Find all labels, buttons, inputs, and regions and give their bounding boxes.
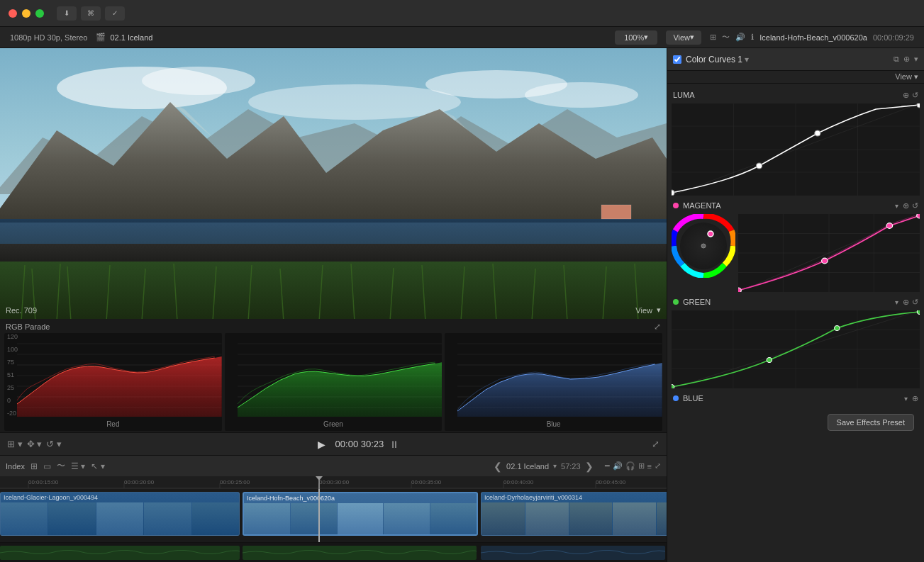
tl-audio-mute[interactable]: 🎧 bbox=[625, 461, 635, 471]
timeline-layout-btn[interactable]: ⊞ bbox=[30, 461, 38, 471]
blue-dot bbox=[673, 395, 679, 401]
effect-copy-icon[interactable]: ⧉ bbox=[894, 55, 899, 64]
fullscreen-button[interactable] bbox=[35, 9, 44, 18]
save-effects-preset-button[interactable]: Save Effects Preset bbox=[828, 414, 914, 431]
effect-more-icon[interactable]: ▾ bbox=[914, 55, 918, 64]
clip-info: 🎬 02.1 Iceland bbox=[96, 33, 152, 42]
key-icon[interactable]: ⌘ bbox=[81, 6, 101, 21]
save-preset-container: Save Effects Preset bbox=[667, 408, 924, 437]
panel-view-btn[interactable]: View ▾ bbox=[895, 72, 918, 82]
index-btn[interactable]: Index bbox=[6, 462, 25, 471]
color-space-label: Rec. 709 bbox=[6, 306, 37, 315]
green-eyedropper-icon[interactable]: ⊕ bbox=[903, 298, 909, 307]
scope-green-label: Green bbox=[323, 420, 343, 428]
minimize-button[interactable] bbox=[22, 9, 30, 18]
effect-dropdown-icon[interactable]: ▾ bbox=[745, 55, 749, 64]
right-panel-header: Color Curves 1 ▾ ⧉ ⊕ ▾ bbox=[667, 48, 924, 71]
timeline-audio-btn[interactable]: 〜 bbox=[57, 460, 65, 472]
timeline-clip-dropdown[interactable]: ▾ bbox=[553, 462, 557, 470]
tl-view-btn[interactable]: ⊞ bbox=[638, 461, 645, 471]
scope-blue-label: Blue bbox=[547, 420, 561, 428]
timecode-label: 00:00:09:29 bbox=[873, 33, 914, 42]
blue-eyedropper-icon[interactable]: ⊕ bbox=[912, 394, 918, 403]
svg-point-101 bbox=[886, 223, 893, 229]
video-preview[interactable]: Rec. 709 View ▾ bbox=[0, 48, 667, 319]
tl-settings-btn[interactable]: ≡ bbox=[647, 462, 652, 471]
right-panel: Color Curves 1 ▾ ⧉ ⊕ ▾ View ▾ LUMA ⊕ ↺ bbox=[667, 48, 924, 562]
magenta-reset-icon[interactable]: ↺ bbox=[912, 201, 918, 210]
scope-expand-icon[interactable]: ⤢ bbox=[654, 322, 661, 332]
play-button[interactable]: ▶ bbox=[314, 437, 330, 452]
fullscreen-btn[interactable]: ⤢ bbox=[652, 439, 659, 449]
luma-curve[interactable] bbox=[672, 103, 920, 196]
view-btn[interactable]: View bbox=[635, 306, 652, 315]
view-mode-btn[interactable]: ⊞ ▾ bbox=[7, 439, 23, 449]
section-blue-header: BLUE ▾ ⊕ bbox=[667, 390, 924, 407]
scope-blue: Blue bbox=[445, 333, 662, 431]
blue-dropdown[interactable]: ▾ bbox=[904, 395, 908, 403]
chevron-icon: ▾ bbox=[657, 305, 661, 315]
main-area: Rec. 709 View ▾ RGB Parade ⤢ 12010075512… bbox=[0, 48, 924, 562]
scope-red-label: Red bbox=[106, 420, 119, 428]
close-button[interactable] bbox=[9, 9, 17, 18]
traffic-lights bbox=[9, 9, 44, 18]
clip-1[interactable]: Iceland-Glacier-Lagoon_v000494 bbox=[0, 492, 240, 536]
effect-name: Color Curves 1 ▾ bbox=[686, 55, 889, 64]
playhead-line bbox=[318, 489, 320, 542]
effect-paste-icon[interactable]: ⊕ bbox=[903, 55, 910, 64]
titlebar: ⬇ ⌘ ✓ bbox=[0, 0, 924, 27]
clip-icon: 🎬 bbox=[96, 33, 106, 42]
timeline-prev-btn[interactable]: ❮ bbox=[494, 461, 502, 472]
timeline-clips[interactable]: Iceland-Glacier-Lagoon_v000494 Iceland-H… bbox=[0, 489, 667, 542]
titlebar-icons: ⬇ ⌘ ✓ bbox=[57, 6, 125, 21]
scope-title: RGB Parade bbox=[6, 322, 50, 331]
section-blue: BLUE ▾ ⊕ bbox=[667, 390, 924, 407]
luma-reset-icon[interactable]: ↺ bbox=[912, 91, 918, 100]
timeline-ruler[interactable]: 00:00:15:00 00:00:20:00 00:00:25:00 00:0… bbox=[0, 476, 667, 489]
timeline-clip-btn[interactable]: ▭ bbox=[43, 461, 51, 471]
timeline-next-btn[interactable]: ❯ bbox=[585, 461, 594, 472]
clip-3[interactable]: Iceland-Dyrholaeyjarviriti_v000314 bbox=[481, 492, 667, 536]
magenta-dropdown[interactable]: ▾ bbox=[895, 202, 898, 210]
timeline-list-btn[interactable]: ☰ ▾ bbox=[71, 461, 85, 471]
tool-btn[interactable]: ✥ ▾ bbox=[27, 439, 43, 449]
svg-point-2 bbox=[142, 67, 255, 95]
check-icon[interactable]: ✓ bbox=[105, 6, 125, 21]
timeline-header: Index ⊞ ▭ 〜 ☰ ▾ ↖ ▾ ❮ 02.1 Iceland ▾ 57:… bbox=[0, 455, 667, 476]
section-green: GREEN ▾ ⊕ ↺ bbox=[667, 293, 924, 388]
green-dropdown[interactable]: ▾ bbox=[895, 298, 898, 306]
green-reset-icon[interactable]: ↺ bbox=[912, 298, 918, 307]
svg-point-86 bbox=[672, 190, 674, 196]
tl-zoom-out[interactable]: ━ bbox=[605, 461, 610, 471]
scope-red: 1201007551250-20 bbox=[4, 333, 222, 431]
color-wheel[interactable] bbox=[672, 214, 735, 278]
effect-enable-checkbox[interactable] bbox=[673, 55, 681, 64]
svg-rect-33 bbox=[601, 205, 631, 219]
clip-2-selected[interactable]: Iceland-Hofn-Beach_v000620a bbox=[243, 492, 478, 536]
scope-header: RGB Parade ⤢ bbox=[4, 322, 662, 332]
section-magenta-header: MAGENTA ▾ ⊕ ↺ bbox=[667, 197, 924, 214]
download-icon[interactable]: ⬇ bbox=[57, 6, 77, 21]
luma-tools: ⊕ ↺ bbox=[903, 91, 918, 100]
left-panel: Rec. 709 View ▾ RGB Parade ⤢ 12010075512… bbox=[0, 48, 667, 562]
section-magenta: MAGENTA ▾ ⊕ ↺ bbox=[667, 197, 924, 292]
undo-btn[interactable]: ↺ ▾ bbox=[46, 439, 62, 449]
magenta-curve[interactable] bbox=[738, 214, 920, 292]
tl-expand-btn[interactable]: ⤢ bbox=[655, 461, 661, 471]
view-dropdown[interactable]: View ▾ bbox=[666, 30, 701, 45]
zoom-select[interactable]: 100% ▾ bbox=[615, 30, 657, 45]
color-sections: LUMA ⊕ ↺ bbox=[667, 84, 924, 562]
transport-center: ▶ 00:00 30:23 ⏸ bbox=[314, 437, 400, 452]
tl-zoom-in[interactable]: 🔊 bbox=[613, 461, 623, 471]
magenta-tools: ⊕ ↺ bbox=[903, 201, 918, 210]
green-curve[interactable] bbox=[672, 310, 920, 388]
green-section-name: GREEN bbox=[683, 298, 891, 306]
luma-eyedropper-icon[interactable]: ⊕ bbox=[903, 91, 909, 100]
magenta-dot bbox=[673, 203, 679, 208]
audio-icon: 🔊 bbox=[735, 33, 745, 42]
transport-bar: ⊞ ▾ ✥ ▾ ↺ ▾ ▶ 00:00 30:23 ⏸ ⤢ bbox=[0, 432, 667, 455]
pause-btn[interactable]: ⏸ bbox=[389, 439, 399, 450]
transport-right: ⤢ bbox=[652, 439, 659, 449]
timeline-select-btn[interactable]: ↖ ▾ bbox=[91, 461, 104, 471]
magenta-eyedropper-icon[interactable]: ⊕ bbox=[903, 201, 909, 210]
